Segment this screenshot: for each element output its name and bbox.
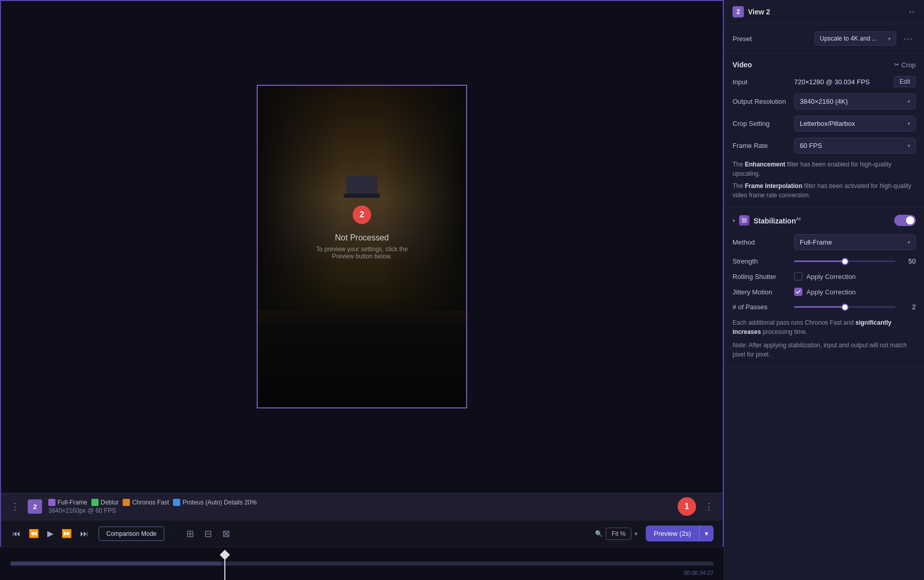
step-forward-button[interactable]: ⏩ — [60, 527, 74, 540]
timeline-playhead[interactable] — [221, 551, 228, 580]
crop-setting-row: Crop Setting Letterbox/Pillarbox ▾ — [733, 116, 916, 132]
video-frame: 2 Not Processed To preview your settings… — [257, 85, 467, 408]
preview-dropdown-button[interactable]: ▾ — [699, 526, 714, 541]
method-chevron: ▾ — [908, 239, 910, 245]
input-label: Input — [733, 78, 794, 86]
jittery-motion-apply-text: Apply Correction — [806, 288, 856, 296]
strength-thumb[interactable] — [841, 258, 849, 265]
method-row: Method Full-Frame ▾ — [733, 234, 916, 250]
method-label: Method — [733, 238, 794, 246]
rolling-shutter-apply[interactable]: Apply Correction — [794, 272, 856, 280]
timeline-badge-1: 1 — [678, 497, 696, 516]
video-section: Video ✂ Crop Input 720×1280 @ 30.034 FPS… — [724, 53, 924, 208]
tag-full-frame: Full-Frame — [48, 499, 87, 506]
panel-expand-icon[interactable]: ↔ — [908, 7, 916, 16]
passes-slider[interactable] — [794, 306, 895, 308]
video-area: 2 Not Processed To preview your settings… — [0, 0, 724, 580]
output-resolution-dropdown[interactable]: 3840×2160 (4K) ▾ — [794, 93, 916, 109]
passes-note: Each additional pass runs Chronos Fast a… — [733, 318, 916, 336]
frame-rate-dropdown[interactable]: 60 FPS ▾ — [794, 138, 916, 154]
right-panel: 2 View 2 ↔ Preset Upscale to 4K and ... … — [724, 0, 924, 580]
play-button[interactable]: ▶ — [45, 527, 55, 540]
rolling-shutter-row: Rolling Shutter Apply Correction — [733, 272, 916, 280]
panel-title: View 2 — [748, 8, 903, 16]
tree-left — [258, 86, 341, 311]
output-resolution-chevron: ▾ — [908, 99, 910, 104]
tag-icon-proteus — [173, 499, 180, 506]
stab-collapse-icon[interactable]: ▾ — [733, 218, 735, 223]
jittery-motion-label: Jittery Motion — [733, 288, 794, 296]
preset-row: Preset Upscale to 4K and ... ▾ ⋯ — [733, 31, 916, 46]
crop-setting-value: Letterbox/Pillarbox — [800, 120, 855, 127]
preview-button[interactable]: Preview (2s) — [646, 526, 699, 541]
crop-setting-dropdown[interactable]: Letterbox/Pillarbox ▾ — [794, 116, 916, 132]
crop-button[interactable]: ✂ Crop — [894, 61, 916, 69]
timeline-track[interactable] — [10, 562, 714, 566]
strength-row: Strength 50 — [733, 257, 916, 265]
jittery-motion-checkbox[interactable] — [794, 288, 802, 296]
preset-controls: Upscale to 4K and ... ▾ ⋯ — [814, 31, 916, 46]
svg-rect-0 — [742, 218, 747, 223]
tag-label-proteus: Proteus (Auto) Details 20% — [182, 499, 257, 506]
ai-badge: AI — [796, 216, 800, 221]
strength-control: 50 — [794, 257, 916, 265]
video-overlay: Not Processed To preview your settings, … — [310, 233, 414, 260]
skip-to-end-button[interactable]: ⏭ — [78, 527, 90, 540]
input-specs: 720×1280 @ 30.034 FPS — [794, 78, 894, 86]
jittery-motion-apply[interactable]: Apply Correction — [794, 288, 856, 296]
zoom-chevron-icon: ▾ — [634, 530, 638, 537]
rolling-shutter-checkbox[interactable] — [794, 272, 802, 280]
stab-icon — [739, 215, 749, 226]
comparison-mode-button[interactable]: Comparison Mode — [99, 527, 164, 541]
zoom-minus-icon: 🔍 — [595, 530, 603, 537]
stab-title: StabilizationAI — [754, 216, 890, 225]
preset-label: Preset — [733, 35, 752, 43]
track-number: 2 — [28, 499, 42, 514]
video-section-header: Video ✂ Crop — [733, 61, 916, 69]
tag-deblur: Deblur — [91, 499, 119, 506]
stabilization-header: ▾ StabilizationAI — [733, 215, 916, 226]
edit-button[interactable]: Edit — [894, 76, 916, 87]
zoom-level-button[interactable]: Fit % — [606, 528, 631, 540]
toggle-knob — [906, 216, 914, 224]
timeline-track-area[interactable] — [10, 562, 714, 566]
rolling-shutter-label: Rolling Shutter — [733, 273, 794, 280]
panel-header: 2 View 2 ↔ — [724, 0, 924, 24]
stabilization-toggle[interactable] — [894, 215, 916, 226]
tree-right — [383, 86, 466, 311]
preview-button-group: Preview (2s) ▾ — [646, 526, 714, 541]
split-view-button[interactable]: ⊞ — [183, 527, 197, 540]
crop-setting-chevron: ▾ — [908, 121, 910, 126]
crop-icon: ✂ — [894, 61, 899, 68]
strength-label: Strength — [733, 257, 794, 265]
preset-select-dropdown[interactable]: Upscale to 4K and ... ▾ — [814, 31, 896, 46]
passes-thumb[interactable] — [841, 304, 849, 311]
frame-rate-row: Frame Rate 60 FPS ▾ — [733, 138, 916, 154]
frame-rate-label: Frame Rate — [733, 142, 794, 149]
video-bar-menu-right[interactable]: ⋮ — [702, 499, 716, 514]
strength-slider[interactable] — [794, 260, 895, 262]
passes-value: 2 — [900, 303, 916, 311]
video-info-bar: ⋮ 2 Full-Frame Deblur Chronos Fast — [0, 493, 724, 520]
preview-hint-label: To preview your settings, click the Prev… — [310, 246, 414, 260]
method-dropdown[interactable]: Full-Frame ▾ — [794, 234, 916, 250]
tag-label-chronos: Chronos Fast — [132, 499, 169, 506]
video-tags-row: Full-Frame Deblur Chronos Fast Proteus (… — [48, 499, 671, 506]
timeline: 00:00:34:27 — [0, 547, 724, 580]
preset-chevron-icon: ▾ — [888, 36, 891, 42]
single-view-button[interactable]: ⊟ — [201, 527, 215, 540]
frame-rate-chevron: ▾ — [908, 143, 910, 148]
zoom-control: 🔍 Fit % ▾ — [595, 528, 637, 540]
video-container: 2 Not Processed To preview your settings… — [0, 0, 724, 493]
panel-view-badge: 2 — [733, 6, 744, 17]
preset-section: Preset Upscale to 4K and ... ▾ ⋯ — [724, 24, 924, 53]
controls-bar: ⏮ ⏪ ▶ ⏩ ⏭ Comparison Mode · ⊞ ⊟ ⊠ 🔍 Fit … — [0, 520, 724, 547]
skip-to-start-button[interactable]: ⏮ — [10, 527, 23, 540]
method-value: Full-Frame — [800, 238, 832, 246]
overlay-view-button[interactable]: ⊠ — [219, 527, 233, 540]
step-back-button[interactable]: ⏪ — [27, 527, 41, 540]
video-bar-menu-left[interactable]: ⋮ — [8, 499, 22, 514]
preset-more-button[interactable]: ⋯ — [900, 32, 916, 45]
preset-select-text: Upscale to 4K and ... — [820, 35, 877, 42]
timeline-progress — [10, 562, 221, 566]
